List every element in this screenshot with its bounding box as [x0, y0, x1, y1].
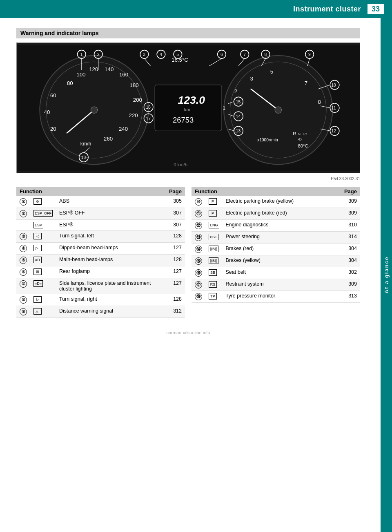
table-row: ⑮ ((B)) Brakes (yellow) 304: [192, 255, 360, 267]
row-page: 127: [166, 278, 185, 294]
row-page: 127: [166, 243, 185, 255]
row-function: Dipped-beam head-lamps: [56, 243, 166, 255]
svg-text:160: 160: [119, 72, 128, 78]
row-page: 314: [341, 232, 360, 244]
row-page: 309: [341, 279, 360, 291]
row-icon: ⊙: [30, 196, 56, 208]
row-function: Power steering: [223, 232, 341, 244]
row-function: ESP®: [56, 220, 166, 231]
table-row: ⑧ ▷ Turn signal, right 128: [16, 294, 185, 306]
svg-text:2: 2: [97, 52, 100, 57]
row-function: Distance warning signal: [56, 306, 166, 318]
row-number: ⑨: [16, 306, 30, 318]
svg-text:11: 11: [331, 106, 336, 110]
svg-text:20: 20: [50, 126, 56, 132]
row-number: ④: [16, 243, 30, 255]
row-icon: ⊞: [30, 266, 56, 278]
right-table-section: Function Page ⑩ P Electric parking brake…: [192, 187, 360, 318]
svg-text:140: 140: [105, 66, 114, 72]
svg-text:9: 9: [308, 52, 311, 57]
svg-point-18: [91, 107, 97, 113]
row-page: 128: [166, 294, 185, 306]
table-row: ① ⊙ ABS 305: [16, 196, 185, 208]
svg-text:5: 5: [176, 52, 179, 57]
row-icon: ESP_OFF: [30, 208, 56, 220]
svg-text:N: N: [298, 132, 301, 136]
svg-text:80°C: 80°C: [298, 143, 308, 148]
row-icon: SB: [205, 267, 223, 279]
table-row: ⑨ △! Distance warning signal 312: [16, 306, 185, 318]
row-icon: RS: [205, 279, 223, 291]
table-row: ② ESP_OFF ESP® OFF 307: [16, 208, 185, 220]
row-number: ⑮: [192, 255, 205, 267]
svg-text:8: 8: [318, 99, 321, 105]
row-function: ESP® OFF: [56, 208, 166, 220]
row-function: Brakes (red): [223, 244, 341, 255]
main-content: Warning and indicator lamps 80 60 40 20 …: [0, 18, 381, 345]
header-bar: Instrument cluster 33: [0, 0, 392, 18]
svg-text:•D: •D: [298, 137, 302, 141]
row-icon: ▷: [30, 294, 56, 306]
row-function: Tyre pressure monitor: [223, 291, 341, 303]
svg-text:x1000r/min: x1000r/min: [257, 138, 278, 142]
row-icon: ▷|: [30, 243, 56, 255]
svg-text:15: 15: [236, 100, 241, 104]
row-number: ⑬: [192, 232, 205, 244]
svg-text:10: 10: [331, 83, 336, 87]
svg-text:17: 17: [146, 116, 151, 121]
row-function: Brakes (yellow): [223, 255, 341, 267]
row-page: 304: [341, 244, 360, 255]
row-page: 128: [166, 231, 185, 243]
table-row: ⑦ ≡D≡ Side lamps, licence plate and inst…: [16, 278, 185, 294]
row-number: ⑤: [16, 255, 30, 266]
row-page: 302: [341, 267, 360, 279]
table-row: ③ ◁ Turn signal, left 128: [16, 231, 185, 243]
row-page: 307: [166, 220, 185, 231]
page-number: 33: [368, 4, 384, 14]
row-function: Turn signal, left: [56, 231, 166, 243]
row-function: Side lamps, licence plate and instrument…: [56, 278, 166, 294]
svg-text:260: 260: [104, 136, 113, 142]
table-row: ⑭ ((B)) Brakes (red) 304: [192, 244, 360, 255]
row-number: ①: [16, 196, 30, 208]
svg-text:123.0: 123.0: [178, 94, 205, 106]
row-icon: ≡D: [30, 255, 56, 266]
row-function: Electric parking brake (yellow): [223, 196, 341, 208]
table-row: ⑫ ENG Engine diagnostics 310: [192, 220, 360, 232]
row-number: ③: [16, 231, 30, 243]
svg-text:2: 2: [234, 88, 237, 94]
row-number: ⑭: [192, 244, 205, 255]
svg-text:3: 3: [250, 76, 253, 82]
svg-text:18: 18: [81, 155, 86, 160]
table-row: ⑯ SB Seat belt 302: [192, 267, 360, 279]
row-page: 313: [341, 291, 360, 303]
svg-text:240: 240: [119, 126, 128, 132]
row-page: 310: [341, 220, 360, 232]
row-number: ⑧: [16, 294, 30, 306]
cluster-image: 80 60 40 20 100 120 140 160 180 200 220 …: [16, 42, 360, 173]
watermark: carmanualsonline.info: [16, 330, 360, 335]
right-function-table: Function Page ⑩ P Electric parking brake…: [192, 187, 360, 303]
row-number: ⑯: [192, 267, 205, 279]
svg-point-28: [275, 107, 281, 113]
row-function: Main-beam head-lamps: [56, 255, 166, 266]
row-page: 127: [166, 266, 185, 278]
row-icon: ((B)): [205, 244, 223, 255]
row-number: ⑩: [192, 196, 205, 208]
row-number: ⑪: [192, 208, 205, 220]
row-function: Restraint system: [223, 279, 341, 291]
row-function: Rear foglamp: [56, 266, 166, 278]
row-icon: ≡D≡: [30, 278, 56, 294]
section-heading: Warning and indicator lamps: [16, 28, 360, 38]
row-page: 307: [166, 208, 185, 220]
svg-text:100: 100: [76, 72, 85, 78]
svg-text:60: 60: [50, 92, 56, 98]
table-row: ⑪ P Electric parking brake (red) 309: [192, 208, 360, 220]
svg-text:P•: P•: [303, 132, 307, 136]
svg-text:6: 6: [220, 52, 223, 57]
row-number: ⑦: [16, 278, 30, 294]
row-icon: ESP: [30, 220, 56, 231]
row-icon: ((B)): [205, 255, 223, 267]
svg-text:5: 5: [270, 69, 273, 75]
svg-text:0 km/h: 0 km/h: [174, 162, 187, 167]
